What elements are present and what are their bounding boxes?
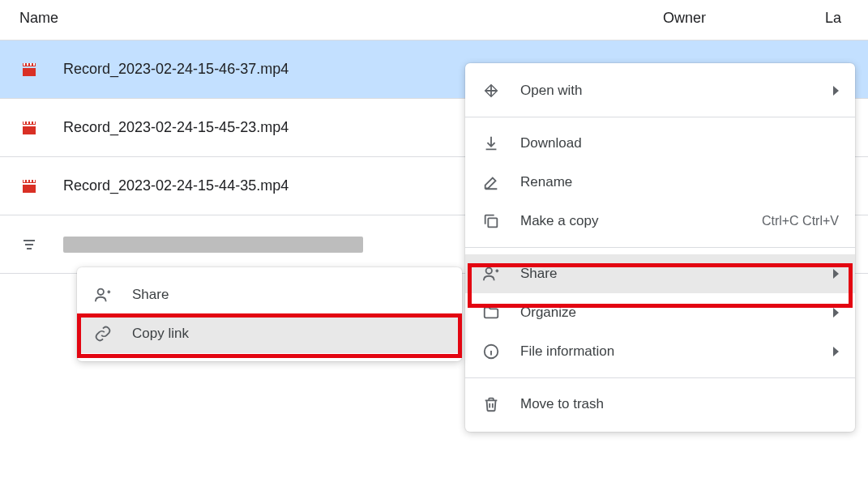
column-header-owner[interactable]: Owner — [663, 10, 825, 27]
submenu-copy-link[interactable]: Copy link — [77, 314, 462, 353]
menu-label: Organize — [520, 305, 827, 321]
menu-label: Rename — [520, 174, 839, 190]
file-name: Record_2023-02-24-15-44-35.mp4 — [63, 177, 289, 194]
menu-label: Share — [132, 287, 446, 303]
menu-move-to-trash[interactable]: Move to trash — [465, 385, 855, 424]
svg-rect-0 — [488, 218, 497, 227]
chevron-right-icon — [833, 347, 839, 356]
chevron-right-icon — [833, 269, 839, 279]
menu-make-copy[interactable]: Make a copy Ctrl+C Ctrl+V — [465, 202, 855, 241]
menu-organize[interactable]: Organize — [465, 293, 855, 332]
svg-point-1 — [486, 268, 492, 274]
column-header-date[interactable]: La — [825, 10, 868, 27]
file-name: Record_2023-02-24-15-46-37.mp4 — [63, 61, 289, 78]
menu-label: Download — [520, 135, 839, 151]
person-add-icon — [481, 264, 501, 284]
chevron-right-icon — [833, 308, 839, 318]
column-header-name[interactable]: Name — [0, 10, 663, 27]
share-submenu: Share Copy link — [77, 267, 462, 361]
open-with-icon — [481, 81, 501, 100]
form-file-icon — [19, 235, 39, 254]
submenu-share[interactable]: Share — [77, 275, 462, 314]
video-file-icon — [19, 60, 39, 79]
menu-rename[interactable]: Rename — [465, 163, 855, 202]
video-file-icon — [19, 177, 39, 196]
context-menu: Open with Download Rename Make a copy Ct… — [465, 63, 855, 432]
menu-file-information[interactable]: File information — [465, 332, 855, 371]
menu-divider — [465, 377, 855, 378]
copy-icon — [481, 211, 501, 231]
menu-label: File information — [520, 343, 827, 360]
rename-icon — [481, 173, 501, 192]
menu-label: Share — [520, 266, 827, 282]
menu-share[interactable]: Share — [465, 254, 855, 293]
download-icon — [481, 134, 501, 153]
menu-label: Make a copy — [520, 213, 762, 229]
video-file-icon — [19, 118, 39, 138]
menu-open-with[interactable]: Open with — [465, 71, 855, 110]
table-header: Name Owner La — [0, 0, 868, 40]
person-add-icon — [93, 285, 113, 305]
redacted-file-name — [63, 237, 363, 253]
info-icon — [481, 342, 501, 361]
trash-icon — [481, 394, 501, 414]
menu-label: Move to trash — [520, 396, 839, 412]
menu-label: Copy link — [132, 326, 446, 342]
folder-icon — [481, 303, 501, 322]
chevron-right-icon — [833, 86, 839, 96]
menu-label: Open with — [520, 83, 827, 99]
menu-shortcut: Ctrl+C Ctrl+V — [762, 214, 839, 228]
menu-divider — [465, 117, 855, 117]
link-icon — [93, 324, 113, 343]
menu-divider — [465, 247, 855, 248]
svg-point-3 — [98, 289, 104, 295]
file-name: Record_2023-02-24-15-45-23.mp4 — [63, 119, 289, 136]
menu-download[interactable]: Download — [465, 124, 855, 163]
